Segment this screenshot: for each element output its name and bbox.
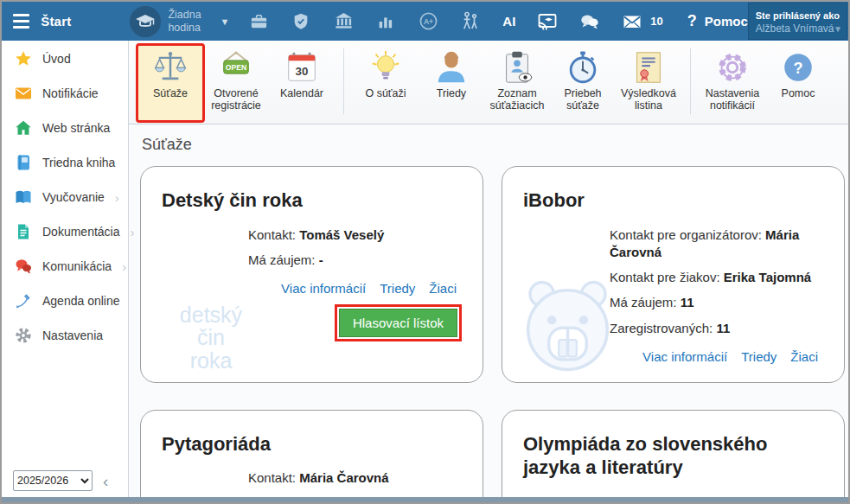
card-detail-row: Kontakt: Mária Čarovná (248, 469, 462, 487)
sidebar-item-web-stranka[interactable]: Web stránka (2, 112, 128, 144)
mail-badge: 10 (650, 15, 662, 28)
help-button[interactable]: ? Pomoc (687, 12, 748, 30)
scales-icon (152, 49, 189, 86)
highlight-annotation: Hlasovací lístok (335, 304, 462, 341)
bottom-bar (2, 497, 848, 502)
user-menu[interactable]: Ste prihlásený ako Alžbeta Vnímavá ▼ (748, 3, 847, 40)
link-viac-informacii[interactable]: Viac informácií (281, 281, 366, 296)
chat-bubbles-icon[interactable] (579, 11, 600, 32)
svg-text:OPEN: OPEN (226, 63, 246, 72)
beaver-icon (518, 278, 617, 377)
certificate-icon (630, 49, 667, 86)
calendar-icon: 30 (284, 49, 320, 86)
toolbar-item-o-sutazi[interactable]: O súťaži (353, 45, 419, 121)
gear-purple-icon (714, 49, 751, 86)
card-details: Kontakt pre organizátorov: Nela Kováčová (610, 494, 823, 497)
toolbar-item-pomoc[interactable]: ?Pomoc (765, 45, 831, 121)
toolbar-item-label: O súťaži (365, 87, 406, 99)
star-icon (15, 50, 32, 67)
school-year-select[interactable]: 2025/2026 (13, 470, 93, 491)
toolbar-item-kalendar[interactable]: 30Kalendár (269, 45, 335, 121)
card-links: Viac informáciíTriedyŽiaci (162, 281, 462, 297)
card-detail-row: Kontakt pre žiakov: Erika Tajomná (610, 269, 823, 286)
toolbar-item-label: Kalendár (280, 87, 323, 99)
ai-button[interactable]: AI (502, 11, 515, 32)
link-ziaci[interactable]: Žiaci (429, 281, 457, 296)
top-bar: Štart Žiadna hodina ▼ A+AI10 ? Pomoc Ste… (2, 2, 848, 41)
user-name: Alžbeta Vnímavá (756, 22, 840, 35)
sidebar-item-label: Agenda online (42, 294, 120, 308)
students-walking-icon[interactable] (460, 11, 481, 32)
card-detail-row: Kontakt pre organizátorov: Mária Čarovná (610, 226, 823, 262)
stopwatch-icon (565, 49, 601, 86)
chevron-right-icon: › (115, 190, 119, 205)
toolbar-item-label: Nastavenia notifikácií (700, 87, 765, 112)
toolbar-item-sutaze[interactable]: Súťaže (137, 45, 203, 121)
chevron-down-icon: ▼ (220, 16, 229, 27)
toolbar-item-label: Otvorené registrácie (203, 87, 269, 112)
sidebar-item-vyucovanie[interactable]: Vyučovanie› (2, 181, 128, 214)
chevron-right-icon: › (122, 259, 126, 274)
current-lesson-selector[interactable]: Žiadna hodina ▼ (130, 6, 229, 37)
sidebar-item-nastavenia[interactable]: Nastavenia (2, 319, 128, 352)
sidebar-item-label: Komunikácia (42, 259, 112, 273)
sidebar-item-agenda-online[interactable]: Agenda online (2, 284, 128, 317)
book-icon (15, 188, 32, 206)
link-ziaci[interactable]: Žiaci (790, 349, 818, 364)
graduation-cap-icon (130, 6, 161, 37)
toolbar-item-label: Priebeh súťaže (550, 87, 616, 112)
svg-text:30: 30 (296, 65, 309, 78)
card-title: Pytagoriáda (162, 432, 462, 456)
shield-check-icon[interactable] (291, 11, 311, 32)
main-content: Súťaže detskýčinrokaDetský čin rokaKonta… (129, 124, 848, 497)
toolbar-divider (343, 48, 344, 114)
hamburger-menu-icon[interactable] (13, 10, 29, 32)
lesson-status-label: Žiadna hodina (168, 9, 213, 34)
link-triedy[interactable]: Triedy (380, 281, 415, 296)
link-viac-informacii[interactable]: Viac informácií (642, 349, 727, 364)
card-detail-row: Kontakt pre organizátorov: Nela Kováčová (610, 494, 823, 497)
start-menu-button[interactable]: Štart (41, 14, 71, 29)
bulb-icon (367, 49, 404, 86)
logged-in-as-label: Ste prihlásený ako (756, 10, 840, 21)
chevron-right-icon: › (131, 225, 135, 239)
mail-icon[interactable] (622, 11, 642, 32)
toolbar-item-triedy[interactable]: Triedy (419, 45, 484, 121)
card-title: Olympiáda zo slovenského jazyka a litera… (523, 432, 823, 480)
toolbar-item-vysledkova-listina[interactable]: Výsledková listina (616, 45, 681, 121)
hlasovaci-listok-button[interactable]: Hlasovací lístok (339, 309, 457, 337)
toolbar-item-priebeh-sutaze[interactable]: Priebeh súťaže (550, 45, 616, 121)
toolbar-item-nastavenia-notifikacii[interactable]: Nastavenia notifikácií (700, 45, 765, 121)
sidebar-item-notifikacie[interactable]: Notifikácie (2, 77, 128, 110)
page-title: Súťaže (142, 136, 836, 154)
question-mark-icon: ? (687, 12, 697, 30)
a-plus-icon[interactable]: A+ (418, 11, 438, 32)
sidebar-item-komunikacia[interactable]: Komunikácia› (2, 250, 128, 283)
link-triedy[interactable]: Triedy (741, 349, 777, 364)
toolbar-item-label: Výsledková listina (616, 87, 681, 112)
sidebar-item-label: Úvod (42, 52, 71, 66)
competition-card-detsky-cin-roka: detskýčinrokaDetský čin rokaKontakt: Tom… (140, 166, 483, 383)
card-details: Kontakt: Mária ČarovnáMá záujem: -Zaregi… (248, 469, 462, 497)
cast-icon[interactable] (537, 11, 558, 32)
toolbar-item-label: Súťaže (153, 87, 188, 99)
sidebar-item-label: Triedna kniha (42, 156, 115, 169)
document-icon (15, 223, 32, 240)
toolbar-divider (690, 48, 691, 114)
card-details: Kontakt: Tomáš VeselýMá záujem: - (248, 226, 462, 270)
briefcase-icon[interactable] (248, 11, 269, 32)
gear-gray-icon (15, 327, 32, 344)
bank-icon[interactable] (333, 11, 354, 32)
question-circle-icon: ? (780, 49, 816, 86)
sidebar-item-uvod[interactable]: Úvod (2, 42, 128, 75)
card-details: Kontakt pre organizátorov: Mária Čarovná… (610, 226, 823, 337)
toolbar-item-zoznam-sutaziacich[interactable]: Zoznam súťažiacich (484, 45, 550, 121)
bar-chart-icon[interactable] (375, 11, 396, 32)
sidebar-item-triedna-kniha[interactable]: Triedna kniha (2, 146, 128, 179)
toolbar-item-otvorene-registracie[interactable]: OPENOtvorené registrácie (203, 45, 269, 121)
card-detail-row: Má záujem: - (248, 495, 462, 498)
sidebar-collapse-button[interactable]: ‹ (103, 473, 108, 489)
sidebar-item-dokumentacia[interactable]: Dokumentácia› (2, 215, 128, 248)
competition-card-olympiada-zo-slovenskeho-jazyka-a-literatury: Olympiáda zo slovenského jazyka a litera… (502, 410, 845, 497)
svg-text:?: ? (793, 60, 802, 77)
